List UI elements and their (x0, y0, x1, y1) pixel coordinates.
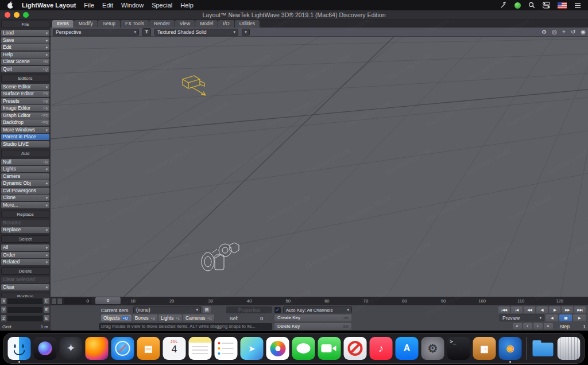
sidebar-item-order[interactable]: Order▾ (1, 252, 49, 258)
sidebar-item-clear[interactable]: Clear▾ (1, 284, 49, 290)
tab-i-o[interactable]: I/O (218, 20, 234, 28)
dock-trash[interactable] (557, 335, 581, 362)
menu-help[interactable]: Help (180, 2, 194, 9)
tab-model[interactable]: Model (195, 20, 218, 28)
active-app-name[interactable]: LightWave Layout (22, 2, 76, 9)
current-item-select[interactable]: (none) ▾ (133, 306, 201, 313)
sidebar-item-dynamic-obj[interactable]: Dynamic Obj▾ (1, 180, 49, 187)
create-key-button[interactable]: Create Key ret (274, 314, 351, 321)
start-frame-field[interactable]: 0 (64, 298, 91, 304)
timeline-option-button-2[interactable] (57, 298, 62, 304)
timeline-ruler[interactable]: 0 102030405060708090100110120 (94, 297, 587, 305)
dock-facetime[interactable] (318, 335, 342, 362)
dock-photos[interactable] (266, 335, 290, 362)
dock-lightwave[interactable]: ◉ (498, 335, 523, 362)
tab-utilities[interactable]: Utilities (235, 20, 260, 28)
control-center-icon[interactable] (543, 2, 550, 9)
center-item-icon[interactable]: ◎ (552, 28, 557, 37)
sidebar-item-scene-editor[interactable]: Scene Editor▾ (1, 84, 49, 90)
dock-system-preferences[interactable]: ⚙ (421, 335, 445, 362)
bones-button[interactable]: Bones+B (133, 314, 157, 321)
rotate-view-icon[interactable]: ↺ (571, 28, 575, 37)
auto-key-checkbox[interactable]: ✓ (274, 307, 281, 313)
sidebar-item-backdrop[interactable]: Backdrop^F5 (1, 119, 49, 126)
cameras-button[interactable]: Cameras+C (183, 314, 214, 321)
next-frame-button[interactable]: › (533, 323, 543, 329)
zoom-view-icon[interactable]: ◉ (581, 28, 586, 37)
objects-button[interactable]: Objects+O (101, 314, 131, 321)
sidebar-item-null[interactable]: Null+N (1, 159, 49, 165)
shading-mode-select[interactable]: Textured Shaded Solid ▾ (154, 29, 238, 36)
previous-keyframe-button[interactable]: |◀ (511, 306, 523, 313)
sidebar-item-all[interactable]: All▾ (1, 244, 49, 251)
envelope-button-z[interactable]: E (44, 315, 49, 321)
zoom-button[interactable] (23, 12, 29, 18)
tool-icon[interactable] (500, 2, 507, 9)
first-key-button[interactable]: « (513, 323, 522, 329)
dock-reminders[interactable] (214, 335, 238, 362)
dock-files-folder[interactable] (531, 335, 555, 362)
dock-siri[interactable] (33, 335, 57, 362)
sidebar-item-help[interactable]: Help▾ (1, 52, 49, 58)
pan-view-icon[interactable]: + (562, 28, 566, 37)
dock-music[interactable]: ♪ (369, 335, 393, 362)
sidebar-item-presets[interactable]: PresetsF8 (1, 98, 49, 104)
dock-notes[interactable] (188, 335, 212, 362)
dock-firefox[interactable] (85, 335, 109, 362)
menu-edit[interactable]: Edit (102, 2, 113, 9)
sidebar-item-quit[interactable]: Quit+Q (1, 66, 49, 72)
display-options-gear-icon[interactable]: ⚙ (541, 28, 547, 37)
play-forward-button[interactable]: ▶▶ (562, 306, 573, 313)
title-bar[interactable]: Layout™ NewTek LightWave 3D® 2019.1 (Mac… (0, 10, 588, 20)
preview-step-forward-button[interactable]: ▶ (573, 314, 586, 321)
tab-items[interactable]: Items (52, 20, 74, 28)
sidebar-item-surface-editor[interactable]: Surface EditorF5 (1, 91, 49, 97)
sidebar-item-cvt-powergons[interactable]: Cvt Powergons (1, 188, 49, 194)
go-to-last-frame-button[interactable]: ▶▶| (574, 306, 586, 313)
envelope-button-x[interactable]: E (44, 298, 49, 304)
dock-storage-box[interactable]: ▦ (473, 335, 497, 362)
sidebar-item-image-editor[interactable]: Image EditorF6 (1, 105, 49, 111)
step-forward-button[interactable]: |▶ (549, 306, 560, 313)
dock-launchpad[interactable]: ✦ (59, 335, 83, 362)
menu-file[interactable]: File (84, 2, 94, 9)
timeline-option-button-1[interactable] (52, 298, 56, 304)
tab-fx-tools[interactable]: FX Tools (121, 20, 149, 28)
sidebar-item-replace[interactable]: Replace▾ (1, 227, 49, 233)
axis-value-field-z[interactable] (7, 316, 42, 321)
sidebar-item-save[interactable]: Save▾ (1, 37, 49, 44)
pause-button[interactable]: ▮▮ (559, 314, 572, 321)
delete-key-button[interactable]: Delete Key del (274, 323, 351, 330)
close-button[interactable] (5, 12, 10, 18)
dock-terminal[interactable]: >_ (447, 335, 471, 362)
sidebar-item-more[interactable]: More...▾ (1, 202, 49, 208)
step-back-button[interactable]: ◀| (536, 306, 548, 313)
item-list-button[interactable]: ▤ (203, 306, 211, 313)
dock-do-not-disturb[interactable] (343, 335, 368, 362)
sidebar-item-more-windows[interactable]: More Windows▾ (1, 127, 49, 133)
lights-button[interactable]: Lights+L (158, 314, 182, 321)
dock-books[interactable]: ▤ (137, 335, 161, 362)
viewport-3d[interactable] (51, 37, 588, 297)
axis-value-field-x[interactable] (7, 298, 42, 304)
last-key-button[interactable]: » (544, 323, 553, 329)
axis-value-field-y[interactable] (7, 307, 42, 313)
auto-key-select[interactable]: Auto Key: All Channels ▾ (283, 306, 352, 313)
menu-special[interactable]: Special (152, 2, 172, 9)
sidebar-item-edit[interactable]: Edit▾ (1, 44, 49, 51)
spotlight-icon[interactable] (528, 2, 535, 9)
go-to-first-frame-button[interactable]: |◀◀ (498, 306, 510, 313)
dock-messages[interactable] (292, 335, 316, 362)
apple-logo-icon[interactable] (7, 1, 14, 9)
dock-finder[interactable] (7, 335, 32, 362)
sidebar-item-studio-live[interactable]: Studio LIVE (1, 141, 49, 147)
view-mode-select[interactable]: Perspective ▾ (53, 29, 139, 36)
sidebar-item-clone[interactable]: Clone▾ (1, 195, 49, 201)
tab-setup[interactable]: Setup (98, 20, 120, 28)
envelope-button-y[interactable]: E (44, 306, 49, 313)
prev-frame-button[interactable]: ‹ (523, 323, 532, 329)
sidebar-item-load[interactable]: Load▾ (1, 30, 49, 36)
dock-app-store[interactable]: A (395, 335, 419, 362)
tab-view[interactable]: View (175, 20, 195, 28)
dock-calendar[interactable]: JUL4 (163, 335, 187, 362)
